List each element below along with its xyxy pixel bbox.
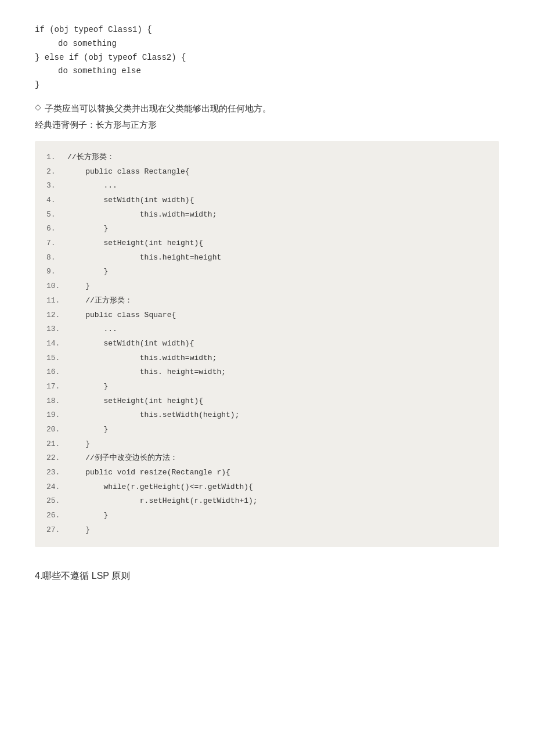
numbered-code-line: 17. }	[46, 380, 488, 394]
line-number: 25.	[46, 494, 67, 509]
numbered-code-line: 8. this.height=height	[46, 251, 488, 265]
line-number: 14.	[46, 337, 67, 351]
line-content: }	[67, 437, 90, 452]
line-number: 23.	[46, 466, 67, 480]
code-line-5: }	[35, 78, 499, 92]
plain-code-block: if (obj typeof Class1) { do something } …	[35, 23, 499, 92]
numbered-code-line: 22. //例子中改变边长的方法：	[46, 451, 488, 466]
line-number: 24.	[46, 480, 67, 495]
line-content: }	[67, 380, 108, 394]
numbered-code-line: 4. setWidth(int width){	[46, 193, 488, 208]
line-content: setWidth(int width){	[67, 337, 194, 351]
line-content: ...	[67, 179, 117, 193]
numbered-code-line: 18. setHeight(int height){	[46, 394, 488, 409]
numbered-code-line: 10. }	[46, 279, 488, 294]
numbered-code-line: 3. ...	[46, 179, 488, 193]
section-heading: 4.哪些不遵循 LSP 原则	[35, 570, 499, 582]
line-number: 5.	[46, 208, 67, 222]
line-number: 6.	[46, 222, 67, 236]
line-content: }	[67, 279, 90, 294]
numbered-code-box: 1.//长方形类：2. public class Rectangle{3. ..…	[35, 141, 499, 547]
line-content: public void resize(Rectangle r){	[67, 466, 230, 480]
line-content: //正方形类：	[67, 294, 132, 308]
line-content: ...	[67, 322, 117, 337]
line-content: public class Square{	[67, 308, 176, 323]
line-number: 17.	[46, 380, 67, 394]
line-number: 12.	[46, 308, 67, 323]
note-text: 子类应当可以替换父类并出现在父类能够出现的任何地方。	[45, 102, 271, 116]
numbered-code-line: 12. public class Square{	[46, 308, 488, 323]
numbered-code-line: 19. this.setWidth(height);	[46, 408, 488, 423]
numbered-code-line: 20. }	[46, 423, 488, 437]
numbered-code-line: 14. setWidth(int width){	[46, 337, 488, 351]
line-number: 26.	[46, 509, 67, 523]
numbered-code-line: 7. setHeight(int height){	[46, 236, 488, 251]
line-number: 19.	[46, 408, 67, 423]
line-number: 16.	[46, 365, 67, 380]
numbered-code-line: 27. }	[46, 523, 488, 538]
line-number: 1.	[46, 150, 67, 165]
classic-example-label: 经典违背例子：长方形与正方形	[35, 118, 499, 132]
line-number: 20.	[46, 423, 67, 437]
line-content: }	[67, 509, 108, 523]
code-line-4: do something else	[35, 64, 499, 78]
line-content: this.height=height	[67, 251, 221, 265]
numbered-code-line: 6. }	[46, 222, 488, 236]
diamond-icon: ◇	[35, 102, 41, 111]
code-line-1: if (obj typeof Class1) {	[35, 23, 499, 37]
numbered-code-line: 15. this.width=width;	[46, 351, 488, 366]
line-content: //长方形类：	[67, 150, 114, 165]
line-number: 2.	[46, 165, 67, 179]
line-number: 15.	[46, 351, 67, 366]
note-line: ◇ 子类应当可以替换父类并出现在父类能够出现的任何地方。	[35, 102, 499, 116]
line-content: this. height=width;	[67, 365, 226, 380]
numbered-code-line: 21. }	[46, 437, 488, 452]
line-content: setHeight(int height){	[67, 394, 203, 409]
line-content: setHeight(int height){	[67, 236, 203, 251]
numbered-code-line: 24. while(r.getHeight()<=r.getWidth){	[46, 480, 488, 495]
code-line-2: do something	[35, 37, 499, 51]
line-content: r.setHeight(r.getWidth+1);	[67, 494, 258, 509]
line-content: //例子中改变边长的方法：	[67, 451, 178, 466]
numbered-code-line: 9. }	[46, 265, 488, 279]
line-content: this.width=width;	[67, 208, 217, 222]
numbered-code-line: 1.//长方形类：	[46, 150, 488, 165]
line-number: 7.	[46, 236, 67, 251]
line-content: }	[67, 523, 90, 538]
line-number: 11.	[46, 294, 67, 308]
line-number: 21.	[46, 437, 67, 452]
line-content: while(r.getHeight()<=r.getWidth){	[67, 480, 253, 495]
line-content: }	[67, 222, 108, 236]
numbered-code-line: 5. this.width=width;	[46, 208, 488, 222]
code-line-3: } else if (obj typeof Class2) {	[35, 51, 499, 65]
line-number: 27.	[46, 523, 67, 538]
numbered-code-line: 25. r.setHeight(r.getWidth+1);	[46, 494, 488, 509]
numbered-code-line: 2. public class Rectangle{	[46, 165, 488, 179]
line-number: 9.	[46, 265, 67, 279]
numbered-code-line: 23. public void resize(Rectangle r){	[46, 466, 488, 480]
numbered-code-line: 26. }	[46, 509, 488, 523]
line-content: public class Rectangle{	[67, 165, 190, 179]
line-content: this.setWidth(height);	[67, 408, 239, 423]
numbered-code-line: 13. ...	[46, 322, 488, 337]
numbered-code-line: 16. this. height=width;	[46, 365, 488, 380]
numbered-code-line: 11. //正方形类：	[46, 294, 488, 308]
line-number: 4.	[46, 193, 67, 208]
line-number: 3.	[46, 179, 67, 193]
line-number: 8.	[46, 251, 67, 265]
line-content: }	[67, 265, 108, 279]
line-content: }	[67, 423, 108, 437]
line-number: 18.	[46, 394, 67, 409]
line-number: 10.	[46, 279, 67, 294]
line-content: setWidth(int width){	[67, 193, 194, 208]
line-content: this.width=width;	[67, 351, 217, 366]
line-number: 22.	[46, 451, 67, 466]
line-number: 13.	[46, 322, 67, 337]
